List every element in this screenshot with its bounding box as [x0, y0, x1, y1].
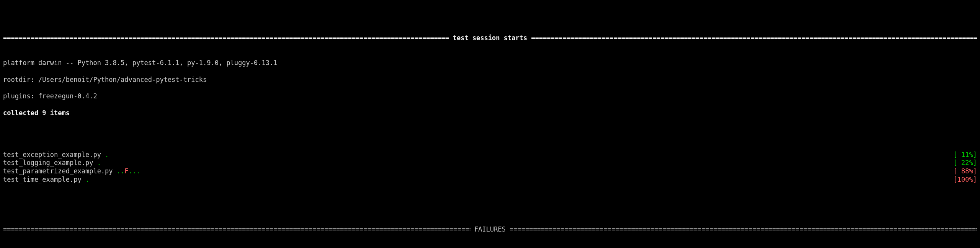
session-start-banner: test session starts	[3, 34, 977, 42]
blank-line	[3, 201, 977, 209]
test-result-row: test_logging_example.py .[ 22%]	[3, 159, 977, 167]
failures-title: FAILURES	[470, 225, 510, 234]
test-result-pct: [ 88%]	[954, 167, 977, 176]
plugins-line: plugins: freezegun-0.4.2	[3, 92, 977, 101]
test-result-left: test_time_example.py .	[3, 176, 89, 184]
test-result-row: test_time_example.py .[100%]	[3, 176, 977, 184]
test-result-row: test_parametrized_example.py ..F...[ 88%…	[3, 167, 977, 176]
failures-banner: FAILURES	[3, 225, 977, 234]
blank-line	[3, 126, 977, 134]
test-result-pct: [ 22%]	[954, 159, 977, 167]
test-result-row: test_exception_example.py .[ 11%]	[3, 151, 977, 159]
test-result-left: test_parametrized_example.py ..F...	[3, 167, 140, 176]
rootdir-line: rootdir: /Users/benoit/Python/advanced-p…	[3, 76, 977, 84]
collected-line: collected 9 items	[3, 109, 977, 117]
session-start-title: test session starts	[449, 34, 531, 42]
test-result-left: test_logging_example.py .	[3, 159, 101, 167]
platform-line: platform darwin -- Python 3.8.5, pytest-…	[3, 59, 977, 67]
test-result-pct: [ 11%]	[954, 151, 977, 159]
test-result-left: test_exception_example.py .	[3, 151, 109, 159]
test-result-pct: [100%]	[954, 176, 977, 184]
